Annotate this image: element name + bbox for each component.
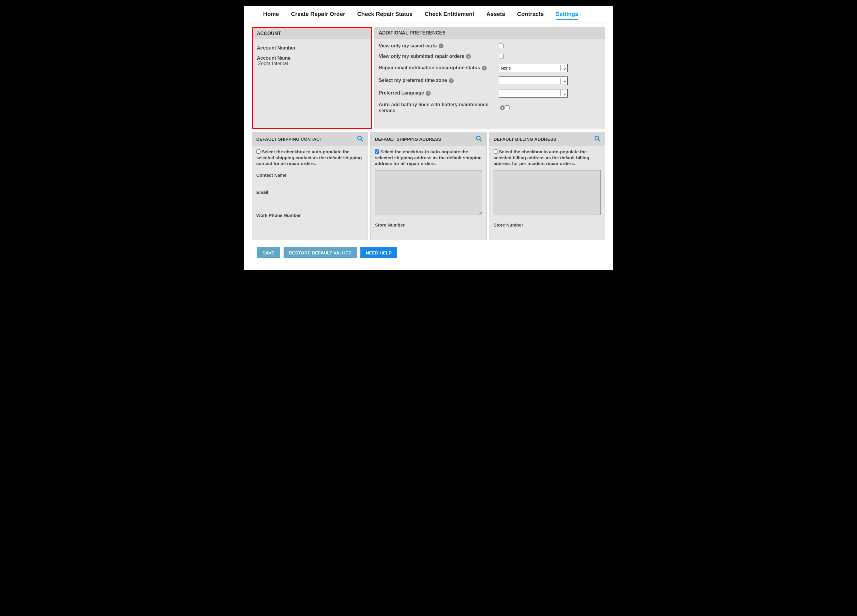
account-number-label: Account Number xyxy=(257,45,367,51)
account-name-label: Account Name xyxy=(257,56,367,61)
shipping-address-auto-checkbox[interactable] xyxy=(375,149,379,154)
svg-point-4 xyxy=(595,136,599,140)
svg-line-1 xyxy=(361,139,363,141)
search-icon[interactable] xyxy=(476,135,482,143)
shipping-address-auto-text: Select the checkbox to auto-populate the… xyxy=(375,149,482,166)
shipping-contact-header: DEFAULT SHIPPING CONTACT xyxy=(256,136,322,142)
info-icon[interactable]: i xyxy=(439,43,444,48)
save-button[interactable]: SAVE xyxy=(257,247,280,258)
shipping-contact-auto-text: Select the checkbox to auto-populate the… xyxy=(256,149,362,166)
billing-address-auto-text: Select the checkbox to auto-populate the… xyxy=(493,149,589,166)
pref-view-carts-checkbox[interactable] xyxy=(499,43,504,48)
content-area: ACCOUNT Account Number Account Name Zebr… xyxy=(246,23,611,258)
work-phone-label: Work Phone Number xyxy=(256,213,364,218)
pref-view-orders-checkbox[interactable] xyxy=(499,54,504,59)
info-icon[interactable]: i xyxy=(466,54,471,59)
svg-line-3 xyxy=(480,139,481,141)
account-panel: ACCOUNT Account Number Account Name Zebr… xyxy=(252,27,372,129)
svg-point-0 xyxy=(358,136,362,140)
shipping-address-header: DEFAULT SHIPPING ADDRESS xyxy=(375,136,441,142)
preferences-header: ADDITIONAL PREFERENCES xyxy=(374,27,605,39)
pref-view-carts-label: View only my saved carts xyxy=(379,43,437,49)
pref-email-sub-select[interactable] xyxy=(499,64,568,72)
shipping-contact-panel: DEFAULT SHIPPING CONTACT Select the chec… xyxy=(252,132,368,240)
nav-contracts[interactable]: Contracts xyxy=(517,11,544,20)
info-icon[interactable]: i xyxy=(449,78,454,83)
preferences-panel: ADDITIONAL PREFERENCES View only my save… xyxy=(374,27,605,129)
shipping-store-label: Store Number xyxy=(375,222,482,228)
nav-home[interactable]: Home xyxy=(263,11,279,20)
billing-address-auto-checkbox[interactable] xyxy=(493,149,498,154)
pref-email-sub-label: Repair email notification subscription s… xyxy=(379,65,480,71)
account-header: ACCOUNT xyxy=(253,28,371,39)
pref-timezone-label: Select my preferred time zone xyxy=(379,77,447,84)
info-icon[interactable]: i xyxy=(426,91,431,96)
need-help-button[interactable]: NEED HELP xyxy=(360,247,397,258)
info-icon[interactable]: i xyxy=(482,66,487,71)
nav-check-status[interactable]: Check Repair Status xyxy=(357,11,413,20)
main-nav: Home Create Repair Order Check Repair St… xyxy=(246,8,611,23)
nav-create-repair[interactable]: Create Repair Order xyxy=(291,11,345,20)
nav-settings[interactable]: Settings xyxy=(556,11,578,20)
shipping-address-textarea[interactable] xyxy=(375,170,482,215)
pref-view-orders-label: View only my submitted repair orders xyxy=(379,53,464,60)
app-window: Home Create Repair Order Check Repair St… xyxy=(244,6,613,270)
nav-check-entitlement[interactable]: Check Entitlement xyxy=(425,11,475,20)
billing-address-panel: DEFAULT BILLING ADDRESS Select the check… xyxy=(489,132,605,240)
billing-address-textarea[interactable] xyxy=(493,170,601,215)
account-name-value: Zebra Internal xyxy=(258,61,367,66)
svg-point-2 xyxy=(476,136,480,140)
shipping-contact-auto-checkbox[interactable] xyxy=(256,149,260,154)
svg-line-5 xyxy=(598,139,600,141)
shipping-address-panel: DEFAULT SHIPPING ADDRESS Select the chec… xyxy=(370,132,486,240)
info-icon[interactable]: i xyxy=(500,105,505,110)
search-icon[interactable] xyxy=(594,135,601,143)
email-label: Email xyxy=(256,190,364,195)
restore-defaults-button[interactable]: RESTORE DEFAULT VALUES xyxy=(283,247,357,258)
billing-address-header: DEFAULT BILLING ADDRESS xyxy=(493,136,556,142)
pref-auto-battery-checkbox[interactable] xyxy=(505,105,509,110)
pref-auto-battery-label: Auto-add battery lines with battery main… xyxy=(379,102,498,114)
pref-language-select[interactable] xyxy=(499,89,568,98)
nav-assets[interactable]: Assets xyxy=(486,11,505,20)
search-icon[interactable] xyxy=(357,135,364,143)
billing-store-label: Store Number xyxy=(493,222,601,228)
contact-name-label: Contact Name xyxy=(256,173,364,178)
pref-language-label: Preferred Language xyxy=(379,90,424,96)
pref-timezone-select[interactable] xyxy=(499,76,568,85)
